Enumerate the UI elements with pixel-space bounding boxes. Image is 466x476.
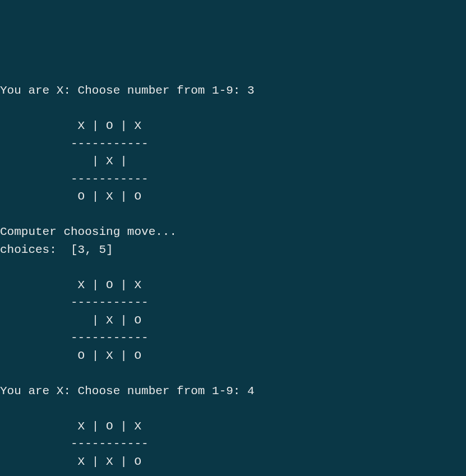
- board-1-row-2: | X |: [0, 155, 127, 168]
- board-1-row-3: O | X | O: [0, 190, 141, 203]
- terminal-output: You are X: Choose number from 1-9: 3 X |…: [0, 82, 466, 476]
- board-2-row-1: X | O | X: [0, 279, 141, 292]
- board-3-divider-2: -----------: [0, 473, 149, 476]
- player-prompt-1: You are X: Choose number from 1-9: 3: [0, 84, 255, 97]
- board-3-row-2: X | X | O: [0, 455, 141, 468]
- board-3-divider-1: -----------: [0, 437, 149, 450]
- player-prompt-2: You are X: Choose number from 1-9: 4: [0, 385, 255, 398]
- board-1-divider-2: -----------: [0, 173, 149, 186]
- board-2-row-3: O | X | O: [0, 349, 141, 362]
- computer-choices: choices: [3, 5]: [0, 243, 113, 256]
- computer-thinking-message: Computer choosing move...: [0, 225, 177, 238]
- board-2-divider-1: -----------: [0, 296, 149, 309]
- board-2-divider-2: -----------: [0, 331, 149, 344]
- board-1-row-1: X | O | X: [0, 119, 141, 132]
- board-2-row-2: | X | O: [0, 314, 141, 327]
- board-3-row-1: X | O | X: [0, 420, 141, 433]
- board-1-divider-1: -----------: [0, 137, 149, 150]
